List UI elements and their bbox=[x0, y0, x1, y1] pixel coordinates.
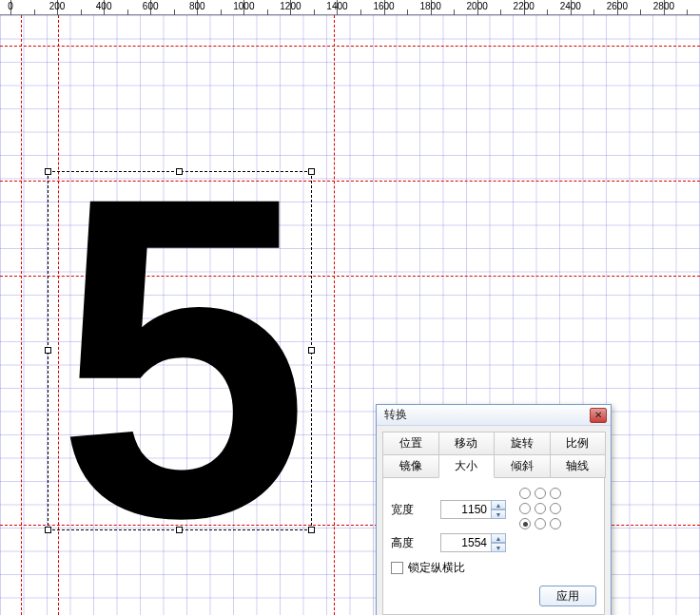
resize-handle-s[interactable] bbox=[176, 527, 183, 533]
width-spin-down[interactable]: ▼ bbox=[491, 509, 506, 519]
resize-handle-w[interactable] bbox=[45, 347, 51, 354]
ruler-label: 1600 bbox=[373, 1, 394, 11]
tab-position[interactable]: 位置 bbox=[382, 432, 439, 455]
close-button[interactable]: ✕ bbox=[590, 408, 607, 423]
ruler-label: 2400 bbox=[560, 1, 581, 11]
anchor-grid-width bbox=[519, 488, 563, 531]
ruler-label: 600 bbox=[143, 1, 159, 11]
ruler-label: 0 bbox=[8, 1, 13, 11]
apply-button[interactable]: 应用 bbox=[539, 586, 596, 606]
anchor-radio[interactable] bbox=[550, 488, 561, 499]
resize-handle-ne[interactable] bbox=[308, 168, 315, 175]
selection-bounding-box[interactable] bbox=[48, 171, 312, 530]
ruler-label: 2800 bbox=[653, 1, 674, 11]
tab-axis[interactable]: 轴线 bbox=[550, 454, 607, 478]
tab-skew[interactable]: 倾斜 bbox=[494, 454, 551, 478]
guide-vertical[interactable] bbox=[334, 15, 335, 615]
lock-aspect-label: 锁定纵横比 bbox=[408, 560, 465, 576]
tab-mirror[interactable]: 镜像 bbox=[382, 454, 439, 478]
dialog-tabs: 位置 移动 旋转 比例 镜像 大小 倾斜 轴线 bbox=[377, 426, 611, 478]
anchor-radio[interactable] bbox=[550, 503, 561, 514]
ruler-label: 800 bbox=[189, 1, 205, 11]
dialog-title: 转换 bbox=[384, 407, 407, 423]
resize-handle-n[interactable] bbox=[176, 168, 183, 175]
resize-handle-sw[interactable] bbox=[45, 527, 51, 533]
width-spin-up[interactable]: ▲ bbox=[491, 500, 506, 509]
close-icon: ✕ bbox=[594, 410, 602, 420]
ruler-label: 1400 bbox=[326, 1, 347, 11]
anchor-radio[interactable] bbox=[519, 518, 531, 529]
height-spin-down[interactable]: ▼ bbox=[491, 543, 506, 552]
ruler-label: 2600 bbox=[607, 1, 628, 11]
dialog-titlebar[interactable]: 转换 ✕ bbox=[377, 405, 611, 426]
height-spin-up[interactable]: ▲ bbox=[491, 533, 506, 543]
tab-size[interactable]: 大小 bbox=[438, 454, 496, 478]
anchor-radio[interactable] bbox=[535, 503, 546, 514]
width-input[interactable] bbox=[440, 500, 492, 519]
dialog-panel: 宽度 ▲ ▼ 高度 ▲ ▼ bbox=[382, 477, 605, 615]
anchor-radio[interactable] bbox=[535, 488, 546, 499]
tab-scale[interactable]: 比例 bbox=[550, 432, 607, 455]
ruler-label: 1000 bbox=[233, 1, 254, 11]
anchor-radio[interactable] bbox=[519, 503, 531, 514]
lock-aspect-checkbox[interactable] bbox=[391, 562, 403, 574]
ruler-label: 400 bbox=[96, 1, 112, 11]
tab-move[interactable]: 移动 bbox=[438, 432, 496, 455]
ruler-label: 2000 bbox=[467, 1, 488, 11]
ruler-label: 1200 bbox=[280, 1, 301, 11]
height-input[interactable] bbox=[440, 533, 492, 552]
resize-handle-se[interactable] bbox=[308, 527, 315, 533]
guide-horizontal[interactable] bbox=[0, 46, 700, 47]
guide-vertical[interactable] bbox=[21, 15, 22, 615]
anchor-radio[interactable] bbox=[550, 518, 561, 529]
anchor-radio[interactable] bbox=[519, 488, 531, 499]
ruler-label: 200 bbox=[49, 1, 66, 11]
height-label: 高度 bbox=[391, 535, 440, 551]
ruler-label: 1800 bbox=[419, 1, 440, 11]
anchor-radio[interactable] bbox=[535, 518, 546, 529]
resize-handle-e[interactable] bbox=[308, 347, 315, 354]
width-label: 宽度 bbox=[391, 502, 440, 518]
ruler-label: 2200 bbox=[514, 1, 535, 11]
transform-dialog[interactable]: 转换 ✕ 位置 移动 旋转 比例 镜像 大小 倾斜 轴线 宽度 ▲ ▼ bbox=[376, 404, 612, 615]
tab-rotate[interactable]: 旋转 bbox=[494, 432, 551, 455]
ruler-horizontal[interactable]: 0200400600800100012001400160018002000220… bbox=[0, 0, 700, 15]
resize-handle-nw[interactable] bbox=[45, 168, 51, 175]
